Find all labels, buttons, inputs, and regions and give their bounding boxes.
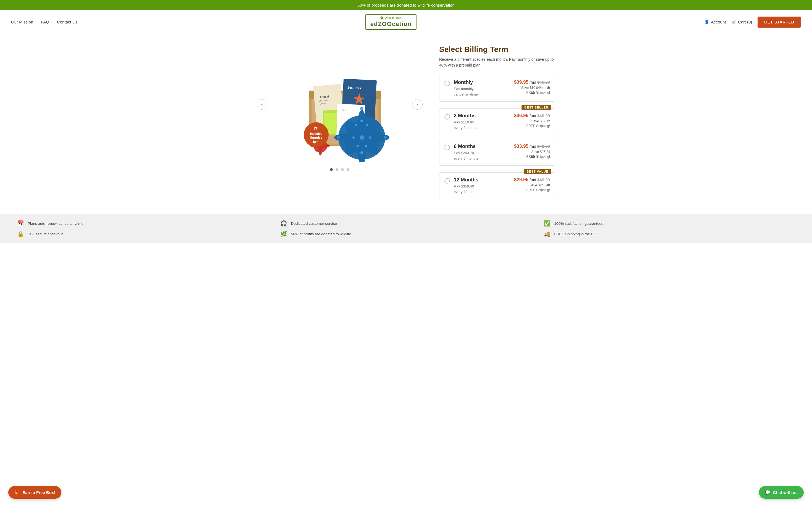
billing-price-3months: $36.95 /mo $49.99 Save $39.12 FREE Shipp… xyxy=(514,113,550,128)
account-icon: 👤 xyxy=(704,19,709,24)
billing-sub-6months: Pay $203.70 every 6 months xyxy=(454,150,510,161)
price-save-6months2: FREE Shipping! xyxy=(514,155,550,159)
footer-group-2: 🎧 Dedicated customer service 🌿 50% of pr… xyxy=(280,220,532,237)
nav-our-mission[interactable]: Our Mission xyxy=(11,19,33,24)
price-save-monthly2: FREE Shipping! xyxy=(514,91,550,95)
price-save-6months1: Save $96.24 xyxy=(514,150,550,154)
carousel-next-button[interactable]: › xyxy=(412,99,422,110)
surprise-badge: !?! Includes Surprise item xyxy=(304,122,328,147)
checkmark-icon: ✅ xyxy=(543,220,551,227)
leaf-icon: 🌿 xyxy=(280,231,288,237)
svg-text:Star: Star xyxy=(341,109,346,112)
footer-item-4: 🌿 50% of profits are donated to wildlife xyxy=(280,231,532,237)
billing-option-12months[interactable]: BEST VALUE 12 Months Pay $359.40 every 1… xyxy=(439,172,555,199)
svg-point-19 xyxy=(360,120,363,122)
billing-radio-3months[interactable] xyxy=(444,114,450,120)
carousel-dot-4[interactable] xyxy=(347,168,349,171)
footer-item-3: 🎧 Dedicated customer service xyxy=(280,220,532,227)
carousel-prev-button[interactable]: ‹ xyxy=(257,99,267,110)
billing-info-monthly: Monthly Pay monthly, cancel anytime xyxy=(454,79,510,97)
carousel-dot-1[interactable] xyxy=(330,168,333,171)
svg-point-21 xyxy=(366,124,368,126)
billing-option-6months[interactable]: 6 Months Pay $203.70 every 6 months $33.… xyxy=(439,139,555,166)
price-save-monthly1: Save $10.04/month xyxy=(514,86,550,90)
carousel-dot-3[interactable] xyxy=(341,168,344,171)
surprise-icons: !?! xyxy=(314,126,319,131)
best-seller-badge: BEST SELLER xyxy=(521,105,551,110)
billing-sub-3months: Pay $110.85 every 3 months xyxy=(454,120,510,130)
svg-point-24 xyxy=(369,136,371,138)
billing-sub-monthly: Pay monthly, cancel anytime xyxy=(454,86,510,97)
account-link[interactable]: 👤 Account xyxy=(704,19,726,24)
cart-label: Cart (0) xyxy=(738,19,752,24)
lock-icon: 🔒 xyxy=(16,231,24,237)
footer-text-3: Dedicated customer service xyxy=(291,221,337,226)
footer-text-6: FREE Shipping in the U.S. xyxy=(554,232,598,236)
footer-item-2: 🔒 SSL secure checkout xyxy=(16,231,269,237)
billing-radio-6months[interactable] xyxy=(444,145,450,150)
svg-text:Guide: Guide xyxy=(319,102,326,105)
billing-info-6months: 6 Months Pay $203.70 every 6 months xyxy=(454,144,510,161)
surprise-line2: Surprise xyxy=(310,135,322,139)
price-unit-6months: /mo xyxy=(529,144,536,149)
nav-right: 👤 Account 🛒 Cart (0) GET STARTED xyxy=(704,16,801,27)
price-original-3months: $49.99 xyxy=(537,113,550,118)
billing-info-3months: 3 Months Pay $110.85 every 3 months xyxy=(454,113,510,130)
top-banner: 50% of proceeds are donated to wildlife … xyxy=(0,0,812,10)
billing-name-12months: 12 Months xyxy=(454,177,510,183)
price-save-12months2: FREE Shipping! xyxy=(514,188,550,192)
footer-item-1: 📅 Plans auto-renew, cancel anytime xyxy=(16,220,269,227)
price-save-12months1: Save $240.48 xyxy=(514,183,550,187)
svg-point-22 xyxy=(360,135,364,140)
billing-section: Select Billing Term Receive a different … xyxy=(439,45,555,203)
billing-option-monthly[interactable]: Monthly Pay monthly, cancel anytime $39.… xyxy=(439,75,555,102)
price-unit-3months: /mo xyxy=(529,113,536,118)
cart-link[interactable]: 🛒 Cart (0) xyxy=(731,19,752,24)
headset-icon: 🎧 xyxy=(280,220,288,227)
svg-point-20 xyxy=(355,124,357,126)
price-current-6months: $33.95 xyxy=(514,144,528,149)
get-started-button[interactable]: GET STARTED xyxy=(758,16,801,27)
price-original-monthly: $49.99 xyxy=(537,80,550,84)
calendar-icon: 📅 xyxy=(16,220,24,227)
price-original-6months: $49.99 xyxy=(537,144,550,149)
header: Our Mission FAQ Contact Us 🌳 Wildlife Tr… xyxy=(0,10,812,34)
billing-name-6months: 6 Months xyxy=(454,144,510,150)
billing-price-6months: $33.95 /mo $49.99 Save $96.24 FREE Shipp… xyxy=(514,144,550,159)
price-current-12months: $29.95 xyxy=(514,177,528,182)
truck-icon: 🚚 xyxy=(543,231,551,237)
billing-name-3months: 3 Months xyxy=(454,113,510,119)
price-unit-monthly: /mo xyxy=(529,80,536,84)
main-content: ‹ Animal Discovery Guide xyxy=(240,34,572,214)
logo-name: edZOOcation xyxy=(370,20,411,27)
svg-point-27 xyxy=(360,151,363,154)
svg-point-29 xyxy=(384,136,387,139)
price-current-monthly: $39.95 xyxy=(514,79,528,85)
logo-brand: 🌳 Wildlife Tree xyxy=(380,16,402,20)
billing-radio-12months[interactable] xyxy=(444,178,450,184)
billing-option-3months[interactable]: BEST SELLER 3 Months Pay $110.85 every 3… xyxy=(439,108,555,135)
footer-text-5: 100% satisfaction guaranteed xyxy=(554,221,603,226)
product-section: ‹ Animal Discovery Guide xyxy=(257,45,422,203)
carousel-dot-2[interactable] xyxy=(336,168,338,171)
billing-title: Select Billing Term xyxy=(439,45,555,54)
account-label: Account xyxy=(711,19,726,24)
footer-item-5: ✅ 100% satisfaction guaranteed xyxy=(543,220,796,227)
nav-faq[interactable]: FAQ xyxy=(41,19,49,24)
billing-price-monthly: $39.95 /mo $49.99 Save $10.04/month FREE… xyxy=(514,79,550,95)
svg-point-25 xyxy=(357,145,359,147)
carousel: ‹ Animal Discovery Guide xyxy=(257,45,422,164)
logo[interactable]: 🌳 Wildlife Tree edZOOcation xyxy=(365,14,416,30)
nav-contact-us[interactable]: Contact Us xyxy=(57,19,78,24)
billing-info-12months: 12 Months Pay $359.40 every 12 months xyxy=(454,177,510,194)
svg-point-28 xyxy=(337,136,340,139)
price-save-3months1: Save $39.12 xyxy=(514,119,550,123)
carousel-dots xyxy=(330,168,349,171)
price-save-3months2: FREE Shipping! xyxy=(514,124,550,128)
billing-name-monthly: Monthly xyxy=(454,79,510,85)
billing-radio-monthly[interactable] xyxy=(444,80,450,86)
banner-text: 50% of proceeds are donated to wildlife … xyxy=(357,3,455,7)
svg-point-26 xyxy=(365,145,367,147)
billing-sub-12months: Pay $359.40 every 12 months xyxy=(454,184,510,194)
cart-icon: 🛒 xyxy=(731,19,737,24)
